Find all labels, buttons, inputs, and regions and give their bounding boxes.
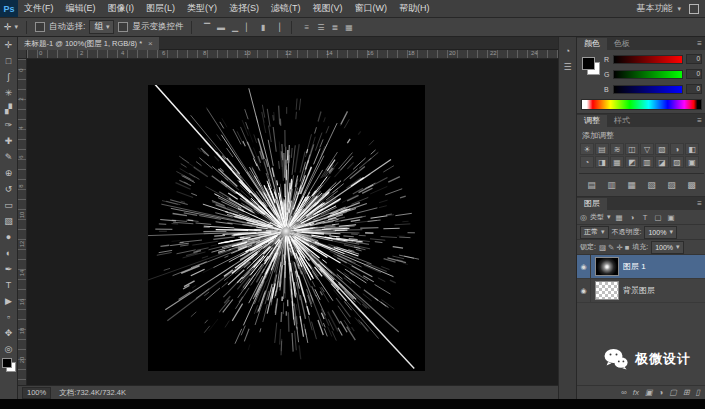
clone-stamp-tool[interactable]: ⊕ (0, 165, 17, 181)
menu-item-3[interactable]: 图层(L) (140, 0, 181, 17)
blur-tool[interactable]: ● (0, 229, 17, 245)
fill-dropdown[interactable]: 100% (651, 241, 683, 254)
threshold-icon[interactable]: ◪ (655, 156, 669, 168)
distribute-vertical-centers-icon[interactable]: ☰ (314, 21, 327, 34)
filter-type-layers-icon[interactable]: T (640, 212, 651, 223)
visibility-toggle-icon[interactable]: ◉ (577, 255, 591, 279)
menu-item-9[interactable]: 帮助(H) (393, 0, 436, 17)
exposure-icon[interactable]: ◫ (625, 143, 639, 155)
posterize-icon[interactable]: ▥ (640, 156, 654, 168)
show-transform-checkbox[interactable] (118, 22, 128, 32)
menu-item-0[interactable]: 文件(F) (18, 0, 60, 17)
color-spectrum-ramp[interactable] (581, 99, 702, 110)
curves-icon[interactable]: ≋ (610, 143, 624, 155)
align-horizontal-centers-icon[interactable]: ▮ (256, 21, 269, 34)
lock-pixels-icon[interactable]: ✎ (608, 243, 614, 252)
color-balance-icon[interactable]: ◑ (670, 143, 684, 155)
docked-panel-icon-5[interactable]: ▨ (665, 179, 678, 191)
visibility-toggle-icon[interactable]: ◉ (577, 279, 591, 303)
black-white-icon[interactable]: ◧ (685, 143, 699, 155)
tab-swatches[interactable]: 色板 (607, 38, 637, 50)
align-top-edges-icon[interactable]: ▔ (200, 21, 213, 34)
docked-panel-icon-1[interactable]: ▤ (585, 179, 598, 191)
tab-styles[interactable]: 样式 (607, 115, 637, 127)
filter-adjustment-layers-icon[interactable]: ◑ (627, 212, 638, 223)
vibrance-icon[interactable]: ▽ (640, 143, 654, 155)
menu-item-6[interactable]: 滤镜(T) (265, 0, 307, 17)
color-lookup-icon[interactable]: ▦ (610, 156, 624, 168)
rectangular-marquee-tool[interactable]: □ (0, 53, 17, 69)
new-layer-icon[interactable]: ⊞ (683, 388, 690, 397)
distribute-top-edges-icon[interactable]: ≡ (300, 21, 313, 34)
blend-mode-dropdown[interactable]: 正常 (580, 226, 609, 239)
brightness-contrast-icon[interactable]: ☀ (580, 143, 594, 155)
align-bottom-edges-icon[interactable]: ▁ (228, 21, 241, 34)
eraser-tool[interactable]: ▭ (0, 197, 17, 213)
rectangle-tool[interactable]: ▫ (0, 309, 17, 325)
docked-panel-icon-6[interactable]: ▩ (685, 179, 698, 191)
panel-menu-icon[interactable]: ≡ (697, 198, 705, 210)
zoom-level-field[interactable]: 100% (22, 387, 51, 399)
foreground-color-swatch[interactable] (2, 358, 12, 368)
close-tab-icon[interactable] (148, 39, 153, 48)
filter-type-dropdown[interactable]: 类型 (590, 212, 611, 222)
history-panel-icon[interactable]: ◔ (559, 43, 576, 59)
properties-panel-icon[interactable]: ☰ (559, 59, 576, 75)
align-left-edges-icon[interactable]: ▏ (242, 21, 255, 34)
filter-shape-layers-icon[interactable]: ▢ (653, 212, 664, 223)
filter-smart-objects-icon[interactable]: ▣ (666, 212, 677, 223)
foreground-color-swatch[interactable] (582, 57, 595, 70)
healing-brush-tool[interactable]: ✚ (0, 133, 17, 149)
align-vertical-centers-icon[interactable]: ▬ (214, 21, 227, 34)
new-group-icon[interactable]: ▢ (669, 388, 677, 397)
docked-panel-icon-2[interactable]: ▥ (605, 179, 618, 191)
channel-mixer-icon[interactable]: ◨ (595, 156, 609, 168)
selective-color-icon[interactable]: ▣ (685, 156, 699, 168)
opacity-dropdown[interactable]: 100% (644, 226, 676, 239)
document-tab[interactable]: 未标题-1 @ 100%(图层 1, RGB/8) * (18, 37, 159, 50)
new-adjustment-layer-icon[interactable]: ◑ (658, 388, 663, 397)
history-brush-tool[interactable]: ↺ (0, 181, 17, 197)
gradient-map-icon[interactable]: ▨ (670, 156, 684, 168)
color-swatches[interactable] (2, 358, 16, 372)
tool-preset-picker[interactable]: ✛ (4, 22, 18, 32)
pen-tool[interactable]: ✒ (0, 261, 17, 277)
distribute-bottom-edges-icon[interactable]: ≣ (328, 21, 341, 34)
hand-tool[interactable]: ✥ (0, 325, 17, 341)
zoom-tool[interactable]: ◎ (0, 341, 17, 357)
lock-transparency-icon[interactable]: ▨ (599, 243, 606, 252)
channel-slider-R[interactable] (613, 55, 683, 64)
gradient-tool[interactable]: ▧ (0, 213, 17, 229)
lock-position-icon[interactable]: ✛ (616, 243, 622, 252)
menu-item-5[interactable]: 选择(S) (223, 0, 265, 17)
workspace-switcher[interactable]: 基本功能 (628, 2, 689, 15)
auto-select-checkbox[interactable] (35, 22, 45, 32)
document-canvas[interactable] (148, 85, 425, 371)
photo-filter-icon[interactable]: ◔ (580, 156, 594, 168)
menu-item-4[interactable]: 类型(Y) (181, 0, 223, 17)
layer-row-1[interactable]: ◉图层 1 (577, 255, 705, 279)
channel-slider-B[interactable] (613, 85, 683, 94)
tab-adjustments[interactable]: 调整 (577, 115, 607, 127)
quick-selection-tool[interactable]: ✳ (0, 85, 17, 101)
lock-all-icon[interactable]: ■ (625, 243, 630, 252)
lasso-tool[interactable]: ʃ (0, 69, 17, 85)
align-right-edges-icon[interactable]: ▕ (270, 21, 283, 34)
menu-item-2[interactable]: 图像(I) (102, 0, 141, 17)
layer-row-2[interactable]: ◉背景图层 (577, 279, 705, 303)
type-tool[interactable]: T (0, 277, 17, 293)
add-layer-mask-icon[interactable]: ▣ (645, 388, 653, 397)
menu-item-8[interactable]: 窗口(W) (349, 0, 394, 17)
menu-item-7[interactable]: 视图(V) (307, 0, 349, 17)
crop-tool[interactable]: ▞ (0, 101, 17, 117)
filter-pixel-layers-icon[interactable]: ▦ (614, 212, 625, 223)
tab-layers[interactable]: 图层 (577, 198, 607, 210)
invert-icon[interactable]: ◩ (625, 156, 639, 168)
panel-menu-icon[interactable]: ≡ (697, 38, 705, 50)
auto-select-dropdown[interactable]: 组 (89, 20, 114, 34)
link-layers-icon[interactable]: ∞ (621, 388, 627, 397)
hue-saturation-icon[interactable]: ▧ (655, 143, 669, 155)
window-control-icon[interactable] (689, 4, 699, 14)
eyedropper-tool[interactable]: ✑ (0, 117, 17, 133)
channel-slider-G[interactable] (613, 70, 683, 79)
